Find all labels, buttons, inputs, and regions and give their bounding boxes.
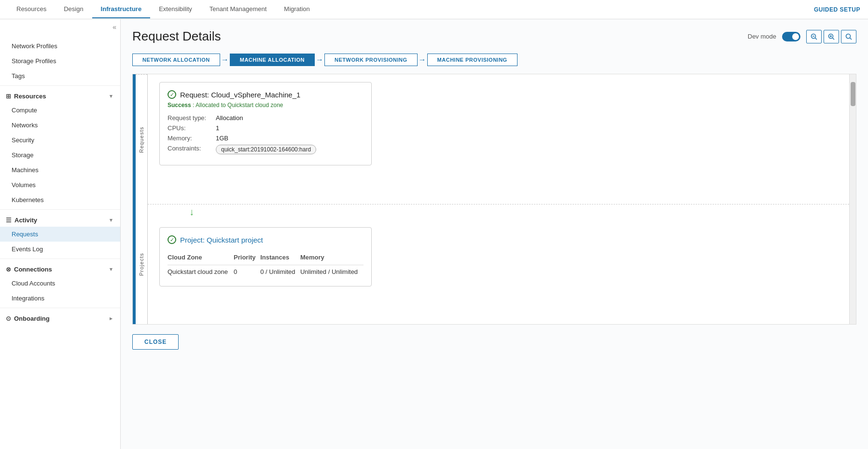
cell-instances: 0 / Unlimited bbox=[260, 265, 300, 279]
nav-migration[interactable]: Migration bbox=[275, 0, 318, 18]
constraint-badge: quick_start:20191002-164600:hard bbox=[216, 145, 316, 154]
activity-chevron: ▾ bbox=[110, 217, 112, 223]
main-content: Request Details Dev mode bbox=[121, 19, 868, 449]
onboarding-chevron: ▸ bbox=[110, 315, 112, 322]
connections-icon: ⊗ bbox=[6, 266, 11, 273]
dev-mode-label: Dev mode bbox=[748, 33, 776, 40]
tab-network-provisioning[interactable]: NETWORK PROVISIONING bbox=[324, 54, 418, 66]
top-navigation: Resources Design Infrastructure Extensib… bbox=[0, 0, 868, 19]
sidebar-item-tags[interactable]: Tags bbox=[0, 68, 120, 83]
lane-label-projects: Projects bbox=[136, 204, 147, 324]
step-arrow-2: → bbox=[316, 55, 323, 64]
tab-machine-allocation[interactable]: MACHINE ALLOCATION bbox=[230, 54, 315, 66]
sidebar: « Network Profiles Storage Profiles Tags… bbox=[0, 19, 121, 449]
col-priority: Priority bbox=[234, 252, 260, 265]
sidebar-item-volumes[interactable]: Volumes bbox=[0, 177, 120, 192]
zoom-out-button[interactable] bbox=[806, 30, 822, 43]
nav-infrastructure[interactable]: Infrastructure bbox=[92, 0, 151, 18]
project-card: ✓ Project: Quickstart project Cloud Zone… bbox=[159, 227, 372, 286]
request-success-icon: ✓ bbox=[168, 90, 176, 99]
col-memory: Memory bbox=[300, 252, 364, 265]
dev-mode-toggle[interactable] bbox=[782, 32, 800, 41]
tab-machine-provisioning[interactable]: MACHINE PROVISIONING bbox=[427, 54, 518, 66]
request-status: Success : Allocated to Quickstart cloud … bbox=[168, 102, 364, 109]
sidebar-item-security[interactable]: Security bbox=[0, 133, 120, 148]
detail-memory: Memory: 1GB bbox=[168, 135, 364, 142]
sidebar-item-compute[interactable]: Compute bbox=[0, 103, 120, 118]
sidebar-item-cloud-accounts[interactable]: Cloud Accounts bbox=[0, 276, 120, 291]
page-title: Request Details bbox=[132, 29, 221, 44]
sidebar-item-storage[interactable]: Storage bbox=[0, 148, 120, 163]
detail-request-type: Request type: Allocation bbox=[168, 114, 364, 122]
request-card: ✓ Request: Cloud_vSphere_Machine_1 Succe… bbox=[159, 82, 372, 165]
diagram-scrollbar[interactable] bbox=[849, 74, 856, 324]
zoom-fit-button[interactable] bbox=[841, 30, 856, 43]
resources-chevron: ▾ bbox=[110, 93, 112, 99]
sidebar-item-storage-profiles[interactable]: Storage Profiles bbox=[0, 54, 120, 68]
resources-icon: ⊞ bbox=[6, 93, 11, 100]
col-cloud-zone: Cloud Zone bbox=[168, 252, 234, 265]
tab-network-allocation[interactable]: NETWORK ALLOCATION bbox=[132, 54, 220, 66]
sidebar-section-activity[interactable]: ☰ Activity ▾ bbox=[0, 212, 120, 227]
request-card-title: ✓ Request: Cloud_vSphere_Machine_1 bbox=[168, 90, 364, 99]
lane-contents: ✓ Request: Cloud_vSphere_Machine_1 Succe… bbox=[148, 74, 849, 324]
page-header: Request Details Dev mode bbox=[132, 29, 856, 44]
sidebar-item-events-log[interactable]: Events Log bbox=[0, 242, 120, 257]
lane-labels: Requests Projects bbox=[136, 74, 148, 324]
zoom-in-button[interactable] bbox=[824, 30, 839, 43]
nav-tenant-management[interactable]: Tenant Management bbox=[201, 0, 276, 18]
cell-priority: 0 bbox=[234, 265, 260, 279]
svg-line-4 bbox=[833, 38, 835, 40]
nav-extensibility[interactable]: Extensibility bbox=[150, 0, 201, 18]
onboarding-icon: ⊙ bbox=[6, 315, 11, 322]
down-arrow: ↓ bbox=[148, 204, 849, 219]
cell-memory: Unlimited / Unlimited bbox=[300, 265, 364, 279]
app-body: « Network Profiles Storage Profiles Tags… bbox=[0, 19, 868, 449]
detail-constraints: Constraints: quick_start:20191002-164600… bbox=[168, 145, 364, 154]
diagram-area: Requests Projects ✓ Request: Cloud_vSphe… bbox=[132, 74, 856, 325]
sidebar-section-onboarding[interactable]: ⊙ Onboarding ▸ bbox=[0, 310, 120, 325]
sidebar-collapse-button[interactable]: « bbox=[112, 23, 116, 31]
lane-label-requests: Requests bbox=[136, 74, 147, 204]
svg-line-8 bbox=[850, 38, 852, 40]
step-tabs: NETWORK ALLOCATION → MACHINE ALLOCATION … bbox=[132, 54, 856, 66]
project-success-icon: ✓ bbox=[168, 235, 176, 244]
nav-resources[interactable]: Resources bbox=[8, 0, 55, 18]
sidebar-item-machines[interactable]: Machines bbox=[0, 163, 120, 177]
detail-cpus: CPUs: 1 bbox=[168, 124, 364, 132]
diagram-body: Requests Projects ✓ Request: Cloud_vSphe… bbox=[136, 74, 849, 324]
dev-mode-area: Dev mode bbox=[748, 30, 856, 43]
nav-items: Resources Design Infrastructure Extensib… bbox=[8, 0, 319, 18]
step-arrow-3: → bbox=[419, 55, 426, 64]
sidebar-section-resources[interactable]: ⊞ Resources ▾ bbox=[0, 88, 120, 103]
close-button[interactable]: CLOSE bbox=[132, 334, 179, 350]
zoom-buttons bbox=[806, 30, 856, 43]
activity-icon: ☰ bbox=[6, 217, 12, 224]
sidebar-item-kubernetes[interactable]: Kubernetes bbox=[0, 192, 120, 207]
svg-line-1 bbox=[815, 38, 817, 40]
nav-design[interactable]: Design bbox=[55, 0, 92, 18]
guided-setup-link[interactable]: GUIDED SETUP bbox=[814, 6, 860, 13]
diagram-scrollbar-thumb[interactable] bbox=[851, 82, 855, 106]
table-row: Quickstart cloud zone 0 0 / Unlimited Un… bbox=[168, 265, 364, 279]
sidebar-section-connections[interactable]: ⊗ Connections ▾ bbox=[0, 261, 120, 276]
project-table: Cloud Zone Priority Instances Memory Qui… bbox=[168, 252, 364, 278]
col-instances: Instances bbox=[260, 252, 300, 265]
step-arrow-1: → bbox=[221, 55, 229, 64]
sidebar-item-integrations[interactable]: Integrations bbox=[0, 291, 120, 306]
requests-lane-content: ✓ Request: Cloud_vSphere_Machine_1 Succe… bbox=[148, 74, 849, 204]
cell-cloud-zone: Quickstart cloud zone bbox=[168, 265, 234, 279]
sidebar-item-requests[interactable]: Requests bbox=[0, 227, 120, 242]
svg-point-7 bbox=[846, 34, 851, 38]
sidebar-item-network-profiles[interactable]: Network Profiles bbox=[0, 39, 120, 54]
sidebar-item-networks[interactable]: Networks bbox=[0, 118, 120, 133]
projects-lane-content: ✓ Project: Quickstart project Cloud Zone… bbox=[148, 219, 849, 324]
project-card-title: ✓ Project: Quickstart project bbox=[168, 235, 364, 244]
connections-chevron: ▾ bbox=[110, 266, 112, 272]
